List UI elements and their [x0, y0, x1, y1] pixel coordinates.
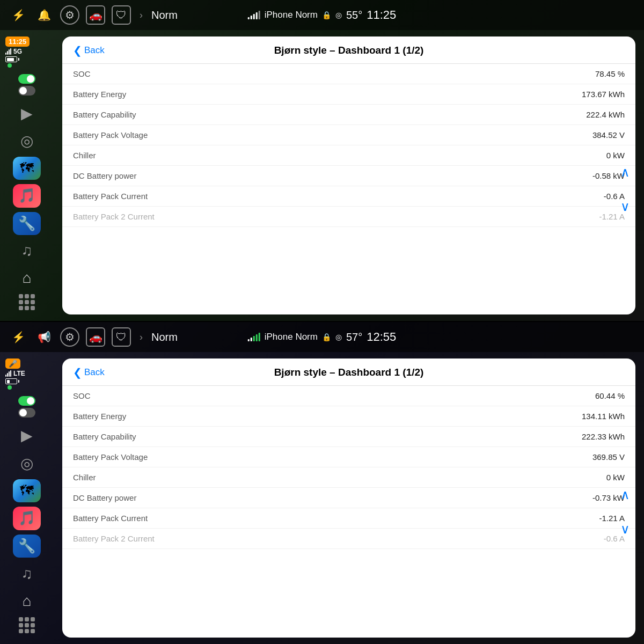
location-nav-icon-top[interactable]: ◎	[13, 129, 41, 152]
row-label: SOC	[73, 69, 91, 78]
mic-icon: 🎤	[9, 360, 17, 368]
main-content-top: ❮ Back Bjørn style – Dashboard 1 (1/2) S…	[54, 30, 644, 321]
iphone-norm-text-bottom: iPhone Norm	[265, 332, 318, 342]
table-row: Battery Pack Current -0.6 A	[62, 186, 635, 207]
row-value: 0 kW	[606, 473, 625, 482]
card-header-bottom: ❮ Back Bjørn style – Dashboard 1 (1/2)	[62, 358, 635, 386]
card-title-top: Bjørn style – Dashboard 1 (1/2)	[274, 45, 424, 56]
table-row: Battery Energy 134.11 kWh	[62, 406, 635, 427]
back-label-top: Back	[84, 45, 105, 56]
lock-icon-top: 🔒	[322, 11, 331, 19]
home-icon-top[interactable]: ⌂	[13, 267, 41, 290]
bell-icon-bottom[interactable]: 📢	[34, 327, 54, 347]
toggle-1[interactable]	[18, 74, 35, 84]
green-dot-top	[8, 63, 12, 68]
time-top: 11:25	[367, 8, 396, 22]
phone-signal-row-bottom: LTE	[5, 370, 25, 377]
table-row: DC Battery power -0.58 kW	[62, 166, 635, 186]
car-icon-bottom[interactable]: 🚗	[86, 327, 105, 347]
shield-icon-bottom[interactable]: 🛡	[112, 327, 131, 347]
settings-icon-bottom[interactable]: ⚙	[60, 327, 79, 347]
lock-icon-bottom: 🔒	[322, 333, 331, 341]
table-row: Battery Pack Current -1.21 A	[62, 508, 635, 529]
row-label: Battery Capability	[73, 110, 136, 119]
battery-icon-bottom	[5, 378, 19, 384]
toggle-2[interactable]	[18, 86, 35, 96]
maps-app-icon-bottom[interactable]: 🗺	[13, 479, 41, 502]
table-row: Chiller 0 kW	[62, 467, 635, 488]
toggle-group-bottom	[18, 396, 35, 418]
network-type-top: 5G	[13, 48, 22, 55]
signal-bars-bottom	[248, 333, 260, 341]
car-app-icon-top[interactable]: 🔧	[13, 212, 41, 235]
row-value: -0.58 kW	[592, 171, 625, 180]
grid-icon-bottom[interactable]	[19, 617, 35, 633]
row-label: Chiller	[73, 473, 96, 482]
phone-signal-row-top: 5G	[5, 48, 22, 55]
music-app-icon-top[interactable]: 🎵	[13, 184, 41, 207]
temp-top: 55°	[346, 9, 362, 21]
card-title-bottom: Bjørn style – Dashboard 1 (1/2)	[274, 367, 424, 378]
row-value: 384.52 V	[592, 130, 625, 140]
phone-status-top: 11:25 5G	[5, 36, 48, 68]
row-value: -1.21 A	[599, 212, 625, 221]
table-row: Battery Energy 173.67 kWh	[62, 84, 635, 105]
row-value: 60.44 %	[595, 391, 625, 400]
music-app-icon-bottom[interactable]: 🎵	[13, 507, 41, 530]
shield-icon[interactable]: 🛡	[112, 5, 131, 25]
bottom-half: ⚡ 📢 ⚙ 🚗 🛡 › Norm iPhone Norm 🔒 ◎ 57° 12:…	[0, 322, 644, 644]
music-note-icon-top[interactable]: ♫	[13, 239, 41, 262]
bell-icon[interactable]: 🔔	[34, 5, 54, 25]
grid-icon-top[interactable]	[19, 294, 35, 310]
scroll-up-arrow-bottom[interactable]: ∧	[620, 488, 630, 501]
car-icon[interactable]: 🚗	[86, 5, 105, 25]
table-row: Chiller 0 kW	[62, 145, 635, 166]
lightning-icon: ⚡	[9, 5, 28, 25]
play-icon-top[interactable]: ▶	[13, 102, 41, 125]
settings-icon[interactable]: ⚙	[60, 5, 79, 25]
table-row: Battery Capability 222.4 kWh	[62, 105, 635, 125]
back-button-bottom[interactable]: ❮ Back	[73, 366, 105, 379]
toggle-group-top	[18, 74, 35, 96]
scroll-down-arrow-bottom[interactable]: ∨	[620, 523, 630, 536]
row-value: 78.45 %	[595, 69, 625, 78]
toggle-row-2	[18, 86, 35, 96]
car-center-status-top: iPhone Norm 🔒 ◎ 55° 11:25	[248, 8, 397, 22]
top-half: ⚡ 🔔 ⚙ 🚗 🛡 › Norm iPhone Norm 🔒 ◎ 55° 11:…	[0, 0, 644, 322]
left-sidebar-top: 11:25 5G	[0, 30, 54, 321]
scroll-up-arrow-top[interactable]: ∧	[620, 166, 630, 179]
table-row: Battery Pack 2 Current -0.6 A	[62, 529, 635, 549]
row-label: DC Battery power	[73, 171, 136, 180]
maps-app-icon-top[interactable]: 🗺	[13, 157, 41, 180]
table-row: Battery Pack Voltage 384.52 V	[62, 125, 635, 145]
car-app-icon-bottom[interactable]: 🔧	[13, 535, 41, 558]
toggle-b2[interactable]	[18, 408, 35, 418]
card-body-bottom: SOC 60.44 % Battery Energy 134.11 kWh Ba…	[62, 386, 635, 638]
car-status-bar-bottom: ⚡ 📢 ⚙ 🚗 🛡 › Norm iPhone Norm 🔒 ◎ 57° 12:…	[0, 322, 644, 352]
play-icon-bottom[interactable]: ▶	[13, 424, 41, 447]
table-row: Battery Capability 222.33 kWh	[62, 427, 635, 447]
row-label: Battery Pack 2 Current	[73, 212, 155, 221]
main-content-bottom: ❮ Back Bjørn style – Dashboard 1 (1/2) S…	[54, 352, 644, 644]
back-label-bottom: Back	[84, 367, 105, 378]
location-icon-bottom: ◎	[335, 333, 342, 341]
phone-signal-top	[5, 48, 11, 55]
lightning-icon-bottom: ⚡	[9, 327, 28, 347]
location-nav-icon-bottom[interactable]: ◎	[13, 451, 41, 474]
toggle-b1[interactable]	[18, 396, 35, 406]
row-value: 222.33 kWh	[582, 432, 625, 441]
back-button-top[interactable]: ❮ Back	[73, 44, 105, 57]
green-dot-bottom	[8, 385, 12, 390]
music-note-icon-bottom[interactable]: ♫	[13, 562, 41, 585]
row-label: Battery Pack Current	[73, 514, 148, 523]
norm-label-top: Norm	[151, 9, 178, 21]
row-label: Battery Energy	[73, 90, 126, 99]
home-icon-bottom[interactable]: ⌂	[13, 590, 41, 613]
car-center-status-bottom: iPhone Norm 🔒 ◎ 57° 12:55	[248, 330, 397, 344]
card-header-top: ❮ Back Bjørn style – Dashboard 1 (1/2)	[62, 36, 635, 64]
row-label: Battery Pack 2 Current	[73, 534, 155, 543]
scroll-down-arrow-top[interactable]: ∨	[620, 200, 630, 213]
phone-signal-bottom	[5, 370, 11, 377]
toggle-row-b1	[18, 396, 35, 406]
row-value: -0.73 kW	[592, 493, 625, 502]
